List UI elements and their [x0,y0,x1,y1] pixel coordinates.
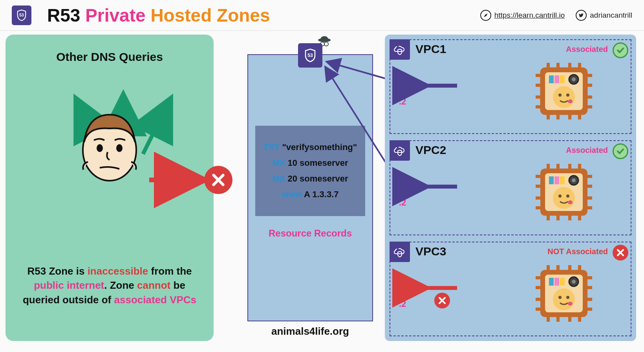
page-title: R53 Private Hosted Zones [47,5,480,26]
twitter-link[interactable]: adriancantrill [576,10,632,21]
status-ok-icon [613,42,628,58]
vpc-icon [390,242,410,262]
zone-domain-name: animals4life.org [247,325,373,337]
svg-point-98 [572,280,576,284]
public-internet-panel: Other DNS Queries [5,35,214,341]
svg-point-70 [553,187,575,209]
svg-rect-66 [554,176,559,184]
vpc-box-1: VPC1 Associated 53 .2 [390,39,631,134]
vpc-name: VPC3 [415,245,446,258]
record-row: TXT "verifysomething" [259,142,361,152]
svg-text:53: 53 [19,13,24,17]
svg-point-44 [568,99,573,103]
svg-rect-94 [549,278,554,286]
ec2-instance-icon [532,60,595,123]
svg-text:53: 53 [403,286,406,289]
svg-rect-96 [560,278,565,286]
association-label: NOT Associated [547,247,608,256]
svg-rect-36 [549,75,554,83]
blocked-x-small-icon [434,293,450,308]
r53-logo-icon: 53 [12,6,31,25]
r53-resolver-icon: 53 [396,178,413,195]
svg-point-41 [553,86,575,108]
compass-icon [480,10,491,21]
resolver-ip-label: .2 [399,299,406,309]
vpc-box-3: VPC3 NOT Associated 53 .2 [390,242,631,336]
svg-rect-65 [549,176,554,184]
svg-text:53: 53 [307,53,313,58]
ec2-instance-icon [532,161,595,224]
blocked-x-icon [204,166,232,194]
status-fail-icon [613,245,628,260]
vpc-icon [390,39,410,60]
r53-zone-icon: 53 [298,43,322,68]
svg-point-42 [558,94,562,97]
resolver-ip-label: .2 [399,97,406,107]
record-row: MX 10 someserver [259,158,361,168]
other-dns-heading: Other DNS Queries [17,50,202,64]
instance-to-resolver-arrow-icon [418,79,461,94]
svg-rect-38 [560,75,565,83]
site-link[interactable]: https://learn.cantrill.io [480,10,565,21]
svg-point-101 [566,296,569,299]
hosted-zone-panel: 53 TXT "verifysomething" MX 10 someserve… [247,54,373,321]
status-ok-icon [613,143,628,159]
svg-point-71 [558,194,562,198]
r53-resolver-icon: 53 [396,77,413,94]
vpc-icon [390,140,410,161]
twitter-icon [576,10,587,21]
zone-inaccessible-text: R53 Zone is inaccessible from the public… [17,264,202,307]
header: 53 R53 Private Hosted Zones https://lear… [0,0,644,31]
svg-rect-37 [554,75,559,83]
vpc-box-2: VPC2 Associated 53 .2 [390,140,631,235]
r53-resolver-icon: 53 [396,279,413,297]
user-face-icon [76,107,143,182]
vpc-name: VPC1 [415,42,446,56]
svg-point-73 [568,200,573,204]
svg-point-100 [558,296,562,299]
vpc-column: VPC1 Associated 53 .2 [385,35,636,341]
record-row: MX 20 someserver [259,174,361,184]
svg-text:53: 53 [403,185,406,188]
instance-to-resolver-arrow-icon [418,180,461,195]
resource-records-box: TXT "verifysomething" MX 10 someserver M… [255,126,365,216]
resource-records-label: Resource Records [248,228,372,239]
svg-point-7 [116,144,123,152]
svg-point-72 [566,194,569,198]
svg-rect-95 [554,278,559,286]
svg-text:53: 53 [403,84,406,87]
svg-point-102 [568,302,573,306]
svg-rect-67 [560,176,565,184]
svg-point-99 [553,288,575,310]
ec2-instance-icon [532,262,595,325]
svg-point-11 [324,42,328,46]
svg-line-4 [143,115,163,154]
record-row: www A 1.3.3.7 [259,189,361,200]
svg-point-69 [572,178,576,182]
resolver-ip-label: .2 [399,198,406,208]
association-label: Associated [566,45,608,54]
svg-point-6 [97,144,103,152]
svg-point-43 [566,94,569,97]
svg-point-40 [572,77,576,81]
diagram-canvas: Other DNS Queries [0,31,644,352]
association-label: Associated [566,146,608,155]
vpc-name: VPC2 [415,143,446,157]
header-links: https://learn.cantrill.io adriancantrill [480,10,632,21]
